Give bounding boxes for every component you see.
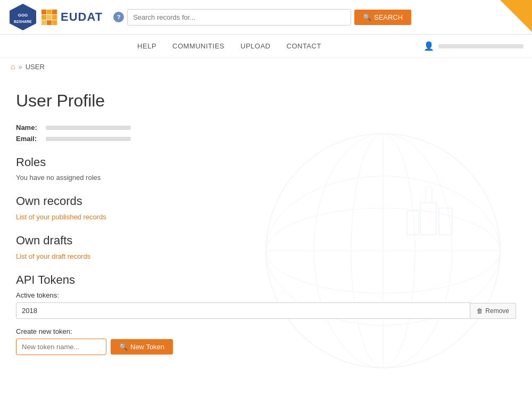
search-button[interactable]: 🔍 SEARCH (354, 10, 411, 25)
own-records-section: Own records List of your published recor… (16, 194, 516, 221)
new-token-icon: 🔍 (119, 343, 128, 351)
create-token-row: 🔍 New Token (16, 339, 516, 355)
name-field-row: Name: (16, 124, 516, 131)
content-wrapper: User Profile Name: Email: Roles You have… (16, 91, 516, 355)
svg-text:B2SHARE: B2SHARE (14, 20, 32, 23)
own-records-title: Own records (16, 194, 516, 208)
nav-item-contact[interactable]: CONTACT (287, 35, 321, 57)
breadcrumb-home-icon[interactable]: ⌂ (11, 62, 15, 71)
header: GGG B2SHARE EUDAT ? 🔍 SEARCH (0, 0, 532, 35)
nav-item-help[interactable]: HELP (137, 35, 156, 57)
user-name-bar (438, 44, 523, 48)
search-icon: 🔍 (363, 13, 371, 21)
eudat-label: EUDAT (61, 10, 103, 24)
page-title: User Profile (16, 91, 516, 111)
email-field-row: Email: (16, 135, 516, 143)
active-tokens-label: Active tokens: (16, 291, 516, 299)
roles-text: You have no assigned roles (16, 174, 516, 182)
remove-token-button[interactable]: 🗑 Remove (470, 303, 516, 319)
create-token-label: Create new token: (16, 327, 516, 335)
remove-icon: 🗑 (477, 307, 483, 315)
own-drafts-section: Own drafts List of your draft records (16, 234, 516, 260)
name-label: Name: (16, 124, 43, 131)
token-value-input (16, 302, 470, 319)
user-icon: 👤 (423, 41, 434, 51)
corner-badge (500, 0, 532, 32)
nav-item-upload[interactable]: UPLOAD (240, 35, 270, 57)
logo-area: GGG B2SHARE EUDAT (9, 3, 103, 31)
api-tokens-title: API Tokens (16, 273, 516, 287)
roles-title: Roles (16, 155, 516, 169)
email-label: Email: (16, 135, 43, 143)
new-token-name-input[interactable] (16, 339, 106, 355)
own-records-link[interactable]: List of your published records (16, 213, 106, 221)
email-value-blurred (46, 137, 131, 141)
breadcrumb: ⌂ » USER (0, 58, 532, 75)
breadcrumb-current: USER (26, 63, 45, 71)
help-icon[interactable]: ? (113, 12, 124, 22)
user-info-section: Name: Email: (16, 124, 516, 143)
own-drafts-link[interactable]: List of your draft records (16, 252, 90, 260)
new-token-button[interactable]: 🔍 New Token (111, 339, 173, 355)
name-value-blurred (46, 126, 131, 130)
svg-text:GGG: GGG (18, 13, 28, 18)
search-area: ? 🔍 SEARCH (113, 9, 411, 26)
eudat-logo[interactable]: EUDAT (41, 10, 103, 25)
main-content: User Profile Name: Email: Roles You have… (0, 75, 532, 403)
api-tokens-section: API Tokens Active tokens: 🗑 Remove Creat… (16, 273, 516, 355)
navigation: HELP COMMUNITIES UPLOAD CONTACT 👤 (0, 35, 532, 58)
b2share-logo[interactable]: GGG B2SHARE (9, 3, 37, 31)
nav-user: 👤 (423, 41, 523, 51)
own-drafts-title: Own drafts (16, 234, 516, 248)
token-row: 🗑 Remove (16, 302, 516, 319)
roles-section: Roles You have no assigned roles (16, 155, 516, 182)
breadcrumb-separator: » (18, 63, 22, 71)
search-input[interactable] (127, 9, 351, 26)
nav-items: HELP COMMUNITIES UPLOAD CONTACT (9, 35, 408, 57)
nav-item-communities[interactable]: COMMUNITIES (172, 35, 225, 57)
